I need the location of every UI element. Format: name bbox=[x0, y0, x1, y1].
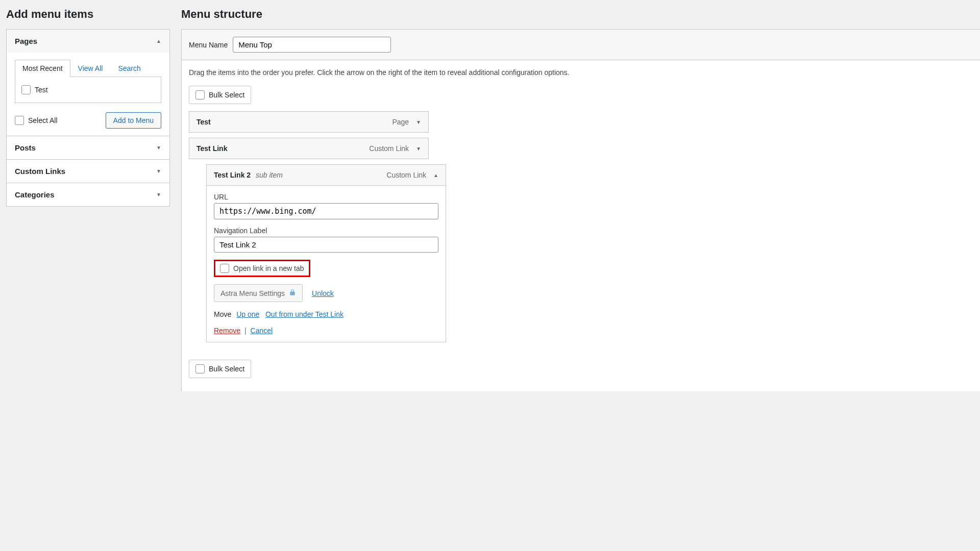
add-menu-accordion: Pages ▲ Most Recent View All Search Test bbox=[6, 29, 170, 207]
open-new-tab-checkbox[interactable] bbox=[220, 264, 229, 273]
astra-menu-settings-label: Astra Menu Settings bbox=[220, 289, 285, 297]
move-out-link[interactable]: Out from under Test Link bbox=[265, 310, 344, 318]
page-item-test[interactable]: Test bbox=[21, 83, 155, 96]
sub-item-label: sub item bbox=[256, 171, 283, 179]
select-all-label: Select All bbox=[28, 116, 58, 124]
posts-label: Posts bbox=[15, 143, 36, 152]
menu-item-test-link-2[interactable]: Test Link 2 sub item Custom Link ▲ bbox=[206, 164, 446, 186]
remove-link[interactable]: Remove bbox=[214, 327, 240, 335]
pages-accordion-header[interactable]: Pages ▲ bbox=[7, 30, 169, 53]
pages-tabs: Most Recent View All Search bbox=[15, 60, 161, 77]
caret-up-icon[interactable]: ▲ bbox=[433, 172, 438, 178]
caret-down-icon: ▼ bbox=[156, 168, 161, 174]
custom-links-label: Custom Links bbox=[15, 167, 65, 176]
menu-name-input[interactable] bbox=[233, 37, 391, 53]
caret-up-icon: ▲ bbox=[156, 38, 161, 44]
unlock-link[interactable]: Unlock bbox=[312, 289, 334, 297]
tab-most-recent[interactable]: Most Recent bbox=[15, 60, 70, 77]
menu-item-test[interactable]: Test Page ▼ bbox=[189, 111, 429, 133]
caret-down-icon: ▼ bbox=[156, 192, 161, 197]
open-new-tab-label: Open link in a new tab bbox=[233, 264, 304, 272]
pages-label: Pages bbox=[15, 37, 37, 45]
menu-structure-title: Menu structure bbox=[181, 8, 980, 21]
tab-search[interactable]: Search bbox=[110, 60, 148, 77]
menu-item-settings: URL Navigation Label Open link in a new … bbox=[206, 186, 446, 342]
menu-item-test-link-2-title: Test Link 2 bbox=[214, 171, 251, 179]
cancel-link[interactable]: Cancel bbox=[251, 327, 273, 335]
bulk-select-top-checkbox[interactable] bbox=[195, 90, 205, 99]
navigation-label-input[interactable] bbox=[214, 237, 438, 253]
posts-accordion-header[interactable]: Posts ▼ bbox=[7, 136, 169, 159]
page-item-test-checkbox[interactable] bbox=[21, 85, 31, 94]
caret-down-icon[interactable]: ▼ bbox=[416, 146, 421, 152]
menu-item-test-link-title: Test Link bbox=[197, 144, 227, 153]
page-item-test-label: Test bbox=[35, 86, 48, 94]
select-all-checkbox[interactable] bbox=[15, 116, 24, 125]
categories-accordion-header[interactable]: Categories ▼ bbox=[7, 183, 169, 206]
categories-label: Categories bbox=[15, 190, 55, 199]
separator: | bbox=[242, 327, 249, 335]
lock-icon bbox=[289, 289, 296, 297]
navigation-label-label: Navigation Label bbox=[214, 227, 438, 235]
menu-item-test-link[interactable]: Test Link Custom Link ▼ bbox=[189, 138, 429, 159]
bulk-select-top-label: Bulk Select bbox=[209, 91, 244, 99]
caret-down-icon[interactable]: ▼ bbox=[416, 119, 421, 125]
caret-down-icon: ▼ bbox=[156, 145, 161, 151]
select-all-row[interactable]: Select All bbox=[15, 116, 58, 125]
menu-instructions: Drag the items into the order you prefer… bbox=[182, 60, 980, 82]
menu-name-label: Menu Name bbox=[189, 41, 228, 49]
url-label: URL bbox=[214, 193, 438, 201]
bulk-select-top[interactable]: Bulk Select bbox=[189, 86, 251, 104]
move-up-one-link[interactable]: Up one bbox=[236, 310, 259, 318]
menu-item-test-type: Page bbox=[392, 118, 409, 126]
menu-item-test-link-type: Custom Link bbox=[369, 144, 409, 153]
menu-item-test-link-2-type: Custom Link bbox=[386, 171, 426, 179]
pages-accordion-body: Most Recent View All Search Test Se bbox=[7, 53, 169, 136]
tab-view-all[interactable]: View All bbox=[70, 60, 111, 77]
bulk-select-bottom-checkbox[interactable] bbox=[195, 364, 205, 373]
custom-links-accordion-header[interactable]: Custom Links ▼ bbox=[7, 160, 169, 183]
add-to-menu-button[interactable]: Add to Menu bbox=[106, 112, 161, 129]
move-label: Move bbox=[214, 310, 231, 318]
add-menu-items-title: Add menu items bbox=[6, 8, 170, 21]
bulk-select-bottom[interactable]: Bulk Select bbox=[189, 360, 251, 378]
menu-item-test-title: Test bbox=[197, 118, 211, 126]
pages-list: Test bbox=[15, 77, 161, 103]
bulk-select-bottom-label: Bulk Select bbox=[209, 365, 244, 373]
astra-menu-settings-button[interactable]: Astra Menu Settings bbox=[214, 284, 303, 302]
open-new-tab-highlight: Open link in a new tab bbox=[214, 260, 310, 277]
menu-structure-panel: Menu Name Drag the items into the order … bbox=[181, 29, 980, 391]
url-input[interactable] bbox=[214, 203, 438, 219]
